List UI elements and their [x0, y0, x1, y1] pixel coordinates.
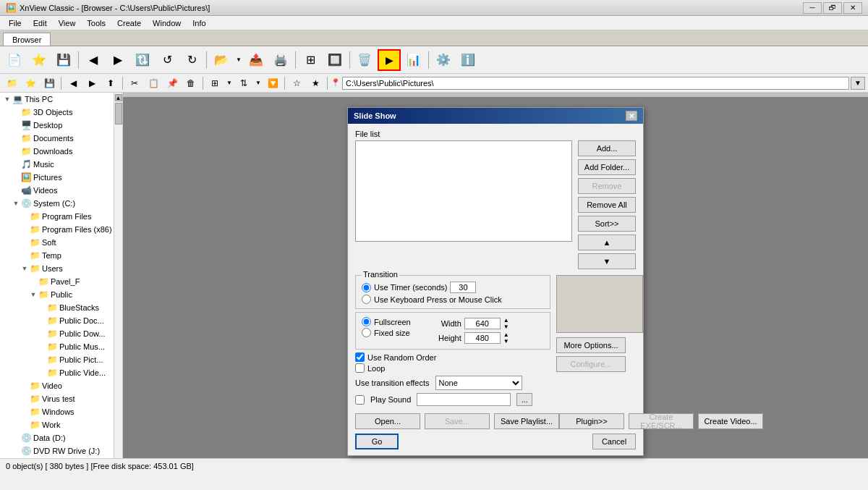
menu-create[interactable]: Create [111, 17, 147, 29]
tb-fav[interactable]: ⭐ [27, 49, 51, 71]
tb2-sort-dd[interactable]: ▼ [254, 75, 263, 91]
toggle-sysc[interactable]: ▼ [12, 199, 20, 208]
tab-browser[interactable]: Browser [3, 33, 51, 46]
tb-open[interactable]: 📂 [210, 49, 233, 71]
tb2-cut[interactable]: ✂ [126, 75, 143, 91]
sidebar-item-windows[interactable]: 📁 Windows [0, 405, 114, 418]
sidebar-item-desktop[interactable]: 🖥️ Desktop [0, 119, 114, 132]
save-playlist-btn[interactable]: Save Playlist... [494, 413, 559, 429]
height-input[interactable] [464, 332, 501, 344]
tb-refresh[interactable]: 🔃 [131, 49, 154, 71]
file-list-box[interactable] [355, 140, 572, 242]
open-btn[interactable]: Open... [355, 413, 420, 429]
use-keyboard-radio[interactable] [362, 295, 371, 304]
tb-prev[interactable]: ◀ [82, 49, 105, 71]
cancel-btn[interactable]: Cancel [592, 434, 636, 449]
sidebar-item-pavelf[interactable]: 📁 Pavel_F [0, 275, 114, 288]
fullscreen-radio[interactable] [362, 317, 371, 326]
sidebar-item-work[interactable]: 📁 Work [0, 418, 114, 431]
sidebar-item-publicmus[interactable]: 📁 Public Mus... [0, 340, 114, 353]
tb-delete[interactable]: 🗑️ [353, 49, 376, 71]
sidebar-item-documents[interactable]: 📁 Documents [0, 132, 114, 145]
tb-fullscreen[interactable]: 🔲 [323, 49, 346, 71]
sound-input[interactable] [417, 393, 511, 406]
tb2-delete[interactable]: 🗑 [182, 75, 200, 91]
address-input[interactable] [342, 77, 849, 90]
sidebar-item-music[interactable]: 🎵 Music [0, 158, 114, 171]
tb2-view-dd[interactable]: ▼ [225, 75, 234, 91]
tb-print[interactable]: 🖨️ [269, 49, 292, 71]
menu-tools[interactable]: Tools [81, 17, 111, 29]
tb-unk1[interactable]: 📊 [402, 49, 425, 71]
remove-all-btn[interactable]: Remove All [578, 197, 636, 213]
close-btn[interactable]: ✕ [843, 2, 862, 14]
add-folder-btn[interactable]: Add Folder... [578, 159, 636, 175]
tb-open-dd[interactable]: ▼ [234, 49, 243, 71]
remove-btn[interactable]: Remove [578, 178, 636, 194]
sidebar-item-downloads[interactable]: 📁 Downloads [0, 145, 114, 158]
use-timer-radio[interactable] [362, 283, 371, 292]
sort-btn[interactable]: Sort>> [578, 216, 636, 232]
add-btn[interactable]: Add... [578, 140, 636, 156]
tb-settings[interactable]: ⚙️ [432, 49, 455, 71]
timer-input[interactable] [450, 282, 476, 293]
tb2-save2[interactable]: 💾 [41, 75, 58, 91]
tb2-up[interactable]: ⬆ [102, 75, 119, 91]
sound-browse-btn[interactable]: ... [516, 393, 532, 406]
sidebar-item-publicdow[interactable]: 📁 Public Dow... [0, 327, 114, 340]
tb2-sort[interactable]: ⇅ [235, 75, 252, 91]
toggle-users[interactable]: ▼ [20, 264, 29, 273]
sidebar-item-temp[interactable]: 📁 Temp [0, 249, 114, 262]
tb2-forward[interactable]: ▶ [83, 75, 101, 91]
sound-check[interactable] [355, 395, 365, 405]
tb2-back[interactable]: ◀ [64, 75, 82, 91]
restore-btn[interactable]: 🗗 [823, 2, 842, 14]
sidebar-item-libraries[interactable]: ▶ 📚 Libraries [0, 457, 114, 458]
sidebar-item-publicvide[interactable]: 📁 Public Vide... [0, 366, 114, 379]
sidebar-item-videos[interactable]: 📹 Videos [0, 184, 114, 197]
save-btn[interactable]: Save... [425, 413, 490, 429]
create-video-btn[interactable]: Create Video... [698, 413, 763, 429]
scrollbar-thumb[interactable] [115, 103, 122, 124]
width-up-btn[interactable]: ▲ [503, 317, 509, 324]
tb2-star[interactable]: ⭐ [22, 75, 39, 91]
sidebar-item-progfiles86[interactable]: 📁 Program Files (x86) [0, 223, 114, 236]
tb2-view[interactable]: ⊞ [206, 75, 224, 91]
width-down-btn[interactable]: ▼ [503, 324, 509, 330]
tb2-paste[interactable]: 📌 [163, 75, 181, 91]
height-down-btn[interactable]: ▼ [503, 338, 509, 345]
configure-btn[interactable]: Configure... [556, 356, 626, 372]
sidebar-item-bluestacks[interactable]: 📁 BlueStacks [0, 301, 114, 314]
tb-slideshow[interactable]: ▶ [378, 49, 401, 71]
addr-go[interactable]: ▼ [851, 77, 865, 90]
tb2-star3[interactable]: ★ [307, 75, 324, 91]
sidebar-scroll[interactable]: ▼ 💻 This PC 📁 3D Objects 🖥️ Desktop 📁 Do… [0, 93, 122, 458]
loop-check[interactable] [355, 363, 365, 373]
toggle-thispc[interactable]: ▼ [3, 95, 12, 104]
more-options-btn[interactable]: More Options... [556, 337, 626, 353]
plugin-btn[interactable]: Plugin>> [559, 413, 624, 429]
menu-window[interactable]: Window [147, 17, 187, 29]
tb-export[interactable]: 📤 [244, 49, 268, 71]
go-btn[interactable]: Go [355, 434, 399, 449]
menu-file[interactable]: File [3, 17, 27, 29]
minimize-btn[interactable]: ─ [803, 2, 822, 14]
sidebar-item-publicdoc[interactable]: 📁 Public Doc... [0, 314, 114, 327]
tb-save[interactable]: 💾 [52, 49, 75, 71]
tb-rotate-l[interactable]: ↺ [156, 49, 179, 71]
sidebar-item-systemc[interactable]: ▼ 💿 System (C:) [0, 197, 114, 210]
tb-next[interactable]: ▶ [106, 49, 129, 71]
height-up-btn[interactable]: ▲ [503, 331, 509, 338]
menu-view[interactable]: View [53, 17, 82, 29]
sidebar-item-3dobjects[interactable]: 📁 3D Objects [0, 106, 114, 119]
toggle-public[interactable]: ▼ [29, 290, 38, 299]
sidebar-item-public[interactable]: ▼ 📁 Public [0, 288, 114, 301]
sidebar-item-dvd[interactable]: 💿 DVD RW Drive (J:) [0, 444, 114, 457]
width-input[interactable] [464, 318, 501, 329]
down-btn[interactable]: ▼ [578, 253, 636, 269]
scroll-up[interactable]: ▲ [115, 94, 122, 101]
dialog-close-btn[interactable]: ✕ [626, 111, 637, 121]
menu-info[interactable]: Info [187, 17, 211, 29]
tb2-filter[interactable]: 🔽 [264, 75, 281, 91]
tb2-star2[interactable]: ☆ [288, 75, 305, 91]
